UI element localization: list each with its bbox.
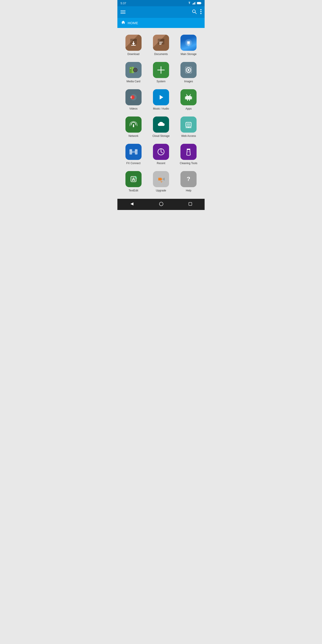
svg-rect-5	[201, 3, 202, 4]
svg-text:</>: </>	[132, 150, 135, 154]
music-icon	[153, 89, 169, 105]
fx-connect-label: FX Connect	[126, 162, 140, 165]
grid-item-web-access[interactable]: Web Access	[175, 113, 202, 141]
grid-item-help[interactable]: ? Help	[175, 168, 202, 195]
music-label: Music / Audio	[153, 107, 169, 110]
videos-icon	[126, 89, 142, 105]
svg-line-46	[190, 94, 191, 96]
images-label: Images	[184, 80, 193, 83]
battery-icon	[197, 2, 202, 4]
grid-item-upgrade[interactable]: Upgrade	[147, 168, 175, 195]
back-button[interactable]	[125, 200, 139, 209]
help-icon: ?	[180, 171, 196, 187]
network-icon	[126, 116, 142, 132]
videos-label: Videos	[129, 107, 137, 110]
textedit-label: TextEdit	[128, 189, 138, 192]
grid-item-images[interactable]: Images	[175, 59, 202, 86]
svg-point-21	[188, 42, 190, 44]
svg-rect-0	[192, 4, 193, 4]
grid-item-documents[interactable]: Documents	[147, 32, 175, 59]
svg-rect-1	[194, 3, 194, 4]
system-icon	[153, 62, 169, 78]
svg-line-45	[186, 94, 187, 96]
more-options-icon	[200, 9, 202, 14]
svg-rect-15	[158, 39, 164, 41]
upgrade-icon	[153, 171, 169, 187]
cloud-storage-label: Cloud Storage	[152, 134, 170, 138]
svg-rect-68	[189, 202, 192, 206]
app-grid: Download Documents Main Storage	[118, 28, 204, 199]
recents-icon	[188, 202, 192, 206]
signal-icon	[192, 2, 196, 4]
grid-item-cloud-storage[interactable]: Cloud Storage	[147, 113, 175, 141]
textedit-icon	[126, 171, 142, 187]
svg-rect-17	[159, 43, 162, 44]
svg-text:?: ?	[187, 176, 190, 182]
grid-item-recent[interactable]: Recent	[147, 141, 175, 168]
media-card-icon	[126, 62, 142, 78]
upgrade-label: Upgrade	[156, 189, 166, 192]
status-icons	[188, 2, 202, 4]
svg-rect-13	[131, 45, 136, 46]
home-nav-icon	[159, 202, 164, 206]
web-access-icon	[180, 116, 196, 132]
svg-rect-2	[194, 2, 195, 4]
images-icon	[180, 62, 196, 78]
home-icon	[121, 20, 126, 26]
grid-item-music[interactable]: Music / Audio	[147, 86, 175, 113]
svg-marker-66	[130, 202, 134, 205]
download-label: Download	[128, 52, 139, 56]
svg-rect-16	[159, 42, 163, 42]
svg-point-10	[200, 13, 202, 14]
svg-point-67	[160, 202, 163, 206]
svg-rect-24	[130, 68, 131, 69]
home-button[interactable]	[154, 200, 168, 209]
svg-rect-35	[130, 96, 131, 98]
svg-point-34	[130, 95, 134, 99]
status-bar: 5:37	[118, 0, 204, 6]
media-card-label: Media Card	[126, 80, 140, 83]
home-bar: HOME	[118, 18, 204, 28]
grid-item-cleaning-tools[interactable]: Cleaning Tools	[175, 141, 202, 168]
recent-label: Recent	[157, 162, 165, 165]
recents-button[interactable]	[184, 200, 197, 209]
hamburger-menu[interactable]	[120, 10, 126, 14]
grid-item-videos[interactable]: Videos	[120, 86, 147, 113]
svg-line-59	[161, 152, 162, 153]
cloud-storage-icon	[153, 116, 169, 132]
more-options-button[interactable]	[200, 9, 202, 15]
grid-item-media-card[interactable]: Media Card	[120, 59, 147, 86]
search-button[interactable]	[192, 9, 197, 15]
svg-point-8	[200, 9, 202, 10]
top-bar	[118, 6, 204, 18]
grid-item-main-storage[interactable]: Main Storage	[175, 32, 202, 59]
svg-rect-3	[195, 2, 196, 4]
home-label: HOME	[128, 21, 138, 25]
svg-marker-37	[160, 95, 163, 100]
wifi-icon	[188, 2, 191, 4]
grid-item-textedit[interactable]: TextEdit	[120, 168, 147, 195]
documents-icon	[153, 35, 169, 51]
grid-item-system[interactable]: System	[147, 59, 175, 86]
svg-point-47	[133, 126, 134, 127]
svg-rect-40	[186, 96, 191, 100]
svg-point-64	[135, 176, 137, 178]
status-time: 5:37	[120, 2, 126, 5]
grid-item-download[interactable]: Download	[120, 32, 147, 59]
main-storage-icon	[180, 35, 196, 51]
cleaning-tools-icon	[180, 144, 196, 160]
apps-icon	[180, 89, 196, 105]
search-icon	[192, 9, 197, 14]
help-label: Help	[186, 189, 192, 192]
network-label: Network	[128, 134, 138, 138]
grid-item-network[interactable]: Network	[120, 113, 147, 141]
svg-point-9	[200, 11, 202, 12]
grid-item-fx-connect[interactable]: </> FX Connect	[120, 141, 147, 168]
svg-rect-18	[159, 44, 162, 45]
svg-rect-49	[187, 123, 190, 126]
web-access-label: Web Access	[181, 134, 196, 138]
grid-item-apps[interactable]: Apps	[175, 86, 202, 113]
recent-icon	[153, 144, 169, 160]
svg-rect-12	[130, 39, 137, 41]
fx-connect-icon: </>	[126, 144, 142, 160]
